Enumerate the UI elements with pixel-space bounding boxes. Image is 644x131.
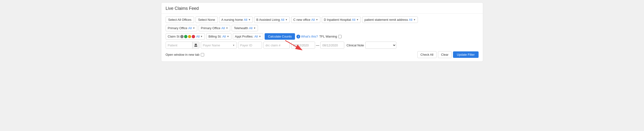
dot-green-icon (184, 35, 188, 38)
bottom-right-actions: Check All Clear Update Filter (418, 51, 478, 58)
claim-status-dots (180, 35, 195, 38)
payer-id-input[interactable] (238, 42, 262, 49)
page-title: Live Claims Feed (166, 6, 199, 11)
dot-red-icon (192, 35, 195, 38)
tfl-warning-label: TFL Warning (319, 35, 342, 38)
tfl-warning-checkbox[interactable] (338, 35, 342, 38)
live-claims-feed-card: Live Claims Feed Select All Offices Sele… (161, 2, 483, 62)
telehealth-filter: All (249, 26, 252, 30)
billing-st-chevron-icon: ▼ (227, 35, 229, 38)
office-b-chevron-icon: ▼ (285, 18, 288, 21)
card-body: Select All Offices Select None A nursing… (161, 14, 483, 62)
office-d-dropdown[interactable]: D Inpatient Hospital All ▼ (322, 16, 361, 23)
bottom-row: Open window in new tab Check All Clear U… (166, 51, 478, 58)
select-all-offices-button[interactable]: Select All Offices (166, 16, 194, 23)
primary-office-2-label: Primary Office (201, 26, 220, 30)
billing-st-filter: All (222, 35, 226, 38)
clinical-note-label: Clinical Note (346, 44, 364, 47)
office-e-dropdown[interactable]: patient statement remit address All ▼ (362, 16, 418, 23)
office-e-label: patient statement remit address (364, 18, 408, 22)
whats-this-label: What's this? (301, 35, 318, 38)
check-all-button[interactable]: Check All (418, 51, 436, 58)
appt-profiles-label: Appt Profiles: (235, 35, 254, 38)
input-filter-row: Payer Name ▼ 07/12/2020 — 08/12/2020 Cli… (166, 42, 478, 49)
office-d-filter: All (352, 18, 355, 22)
primary-office-1-label: Primary Office (168, 26, 188, 30)
office-c-dropdown[interactable]: C new office All ▼ (291, 16, 320, 23)
office-d-chevron-icon: ▼ (356, 18, 359, 21)
telehealth-label: Telehealth (234, 26, 248, 30)
svg-rect-0 (194, 44, 197, 45)
office-filter-row: Select All Offices Select None A nursing… (166, 16, 478, 23)
office-d-label: D Inpatient Hospital (324, 18, 351, 22)
primary-office-1-dropdown[interactable]: Primary Office All ▼ (166, 25, 197, 31)
claim-status-row: Claim St All ▼ Billing St: All ▼ Appt Pr… (166, 33, 478, 40)
dot-yellow-icon (188, 35, 191, 38)
clinical-note-select[interactable] (365, 42, 396, 49)
open-window-checkbox[interactable] (201, 53, 204, 56)
office-b-dropdown[interactable]: B Assisted Living All ▼ (254, 16, 290, 23)
telehealth-chevron-icon: ▼ (254, 27, 256, 30)
person-icon (194, 44, 198, 47)
tfl-warning-text: TFL Warning (319, 35, 337, 38)
red-arrow-icon (280, 38, 309, 52)
office-c-label: C new office (293, 18, 310, 22)
patient-search-icon-button[interactable] (192, 42, 199, 48)
office-e-chevron-icon: ▼ (413, 18, 416, 21)
appt-profiles-chevron-icon: ▼ (259, 35, 261, 38)
billing-st-dropdown[interactable]: Billing St: All ▼ (206, 33, 232, 40)
patient-input-wrapper (166, 42, 199, 49)
claim-st-dropdown[interactable]: Claim St All ▼ (166, 33, 205, 40)
svg-line-3 (285, 40, 302, 50)
patient-input[interactable] (166, 42, 192, 48)
office-a-filter: All (244, 18, 247, 22)
select-none-button[interactable]: Select None (196, 16, 218, 23)
office-b-label: B Assisted Living (256, 18, 280, 22)
telehealth-dropdown[interactable]: Telehealth All ▼ (232, 25, 258, 31)
appt-profiles-filter: All (254, 35, 258, 38)
office-e-filter: All (409, 18, 412, 22)
payer-name-wrapper[interactable]: Payer Name ▼ (201, 42, 237, 49)
primary-office-2-chevron-icon: ▼ (226, 27, 228, 30)
office-a-label: A nursing home (221, 18, 243, 22)
card-header: Live Claims Feed (161, 3, 483, 14)
open-window-text: Open window in new tab (166, 53, 200, 56)
primary-office-1-chevron-icon: ▼ (193, 27, 195, 30)
primary-office-1-filter: All (188, 26, 192, 30)
office-b-filter: All (281, 18, 284, 22)
payer-name-placeholder: Payer Name (203, 44, 232, 47)
open-window-label: Open window in new tab (166, 53, 204, 56)
dot-gray-icon (180, 35, 184, 38)
date-to-input[interactable]: 08/12/2020 (320, 42, 344, 49)
appt-profiles-dropdown[interactable]: Appt Profiles: All ▼ (233, 33, 264, 40)
billing-st-label: Billing St: (208, 35, 221, 38)
update-filter-button[interactable]: Update Filter (453, 52, 478, 58)
clear-button[interactable]: Clear (438, 51, 452, 58)
claim-st-filter: All (196, 35, 200, 38)
claim-st-label: Claim St (168, 35, 180, 38)
primary-office-row: Primary Office All ▼ Primary Office All … (166, 25, 478, 31)
office-c-chevron-icon: ▼ (316, 18, 318, 21)
svg-rect-1 (194, 46, 197, 46)
date-range-dash: — (316, 43, 319, 47)
primary-office-2-filter: All (221, 26, 225, 30)
payer-name-chevron-icon: ▼ (232, 44, 235, 46)
office-a-dropdown[interactable]: A nursing home All ▼ (219, 16, 253, 23)
office-a-chevron-icon: ▼ (248, 18, 250, 21)
primary-office-2-dropdown[interactable]: Primary Office All ▼ (199, 25, 230, 31)
office-c-filter: All (311, 18, 314, 22)
claim-st-chevron-icon: ▼ (200, 35, 203, 38)
